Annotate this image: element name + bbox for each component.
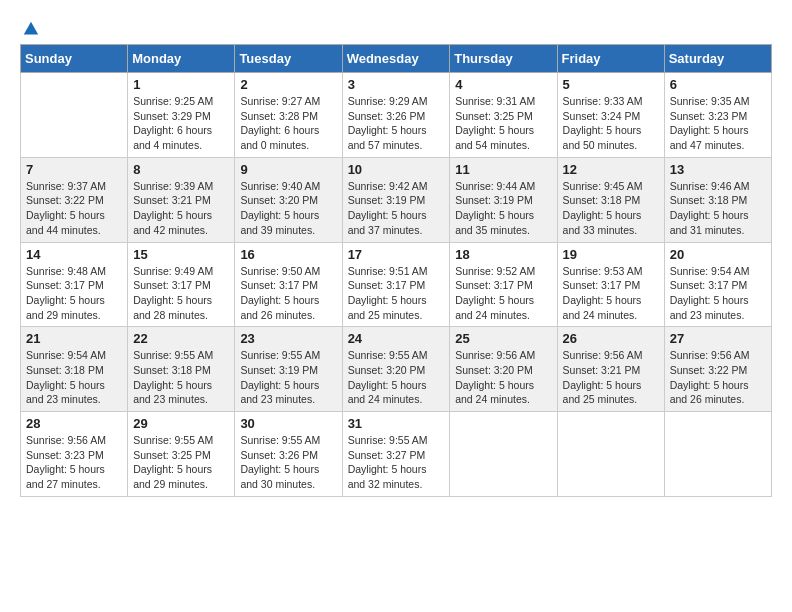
day-number: 14 [26, 247, 122, 262]
day-number: 19 [563, 247, 659, 262]
day-number: 17 [348, 247, 445, 262]
weekday-header-wednesday: Wednesday [342, 45, 450, 73]
day-detail: Sunrise: 9:56 AMSunset: 3:20 PMDaylight:… [455, 348, 551, 407]
calendar-cell: 22Sunrise: 9:55 AMSunset: 3:18 PMDayligh… [128, 327, 235, 412]
week-row-1: 1Sunrise: 9:25 AMSunset: 3:29 PMDaylight… [21, 73, 772, 158]
weekday-header-saturday: Saturday [664, 45, 771, 73]
day-detail: Sunrise: 9:52 AMSunset: 3:17 PMDaylight:… [455, 264, 551, 323]
day-number: 7 [26, 162, 122, 177]
calendar-cell [557, 412, 664, 497]
day-number: 1 [133, 77, 229, 92]
day-number: 28 [26, 416, 122, 431]
day-number: 10 [348, 162, 445, 177]
calendar-cell: 21Sunrise: 9:54 AMSunset: 3:18 PMDayligh… [21, 327, 128, 412]
calendar-cell: 17Sunrise: 9:51 AMSunset: 3:17 PMDayligh… [342, 242, 450, 327]
day-detail: Sunrise: 9:45 AMSunset: 3:18 PMDaylight:… [563, 179, 659, 238]
week-row-3: 14Sunrise: 9:48 AMSunset: 3:17 PMDayligh… [21, 242, 772, 327]
day-detail: Sunrise: 9:37 AMSunset: 3:22 PMDaylight:… [26, 179, 122, 238]
svg-marker-0 [24, 22, 38, 35]
calendar-cell: 12Sunrise: 9:45 AMSunset: 3:18 PMDayligh… [557, 157, 664, 242]
weekday-header-thursday: Thursday [450, 45, 557, 73]
day-number: 20 [670, 247, 766, 262]
weekday-header-friday: Friday [557, 45, 664, 73]
calendar-cell: 6Sunrise: 9:35 AMSunset: 3:23 PMDaylight… [664, 73, 771, 158]
day-number: 29 [133, 416, 229, 431]
day-detail: Sunrise: 9:56 AMSunset: 3:21 PMDaylight:… [563, 348, 659, 407]
week-row-5: 28Sunrise: 9:56 AMSunset: 3:23 PMDayligh… [21, 412, 772, 497]
day-number: 25 [455, 331, 551, 346]
calendar-cell [21, 73, 128, 158]
calendar-cell [664, 412, 771, 497]
calendar-cell: 24Sunrise: 9:55 AMSunset: 3:20 PMDayligh… [342, 327, 450, 412]
day-number: 22 [133, 331, 229, 346]
day-detail: Sunrise: 9:31 AMSunset: 3:25 PMDaylight:… [455, 94, 551, 153]
logo [20, 20, 40, 34]
day-detail: Sunrise: 9:53 AMSunset: 3:17 PMDaylight:… [563, 264, 659, 323]
calendar-cell: 20Sunrise: 9:54 AMSunset: 3:17 PMDayligh… [664, 242, 771, 327]
week-row-2: 7Sunrise: 9:37 AMSunset: 3:22 PMDaylight… [21, 157, 772, 242]
calendar-cell: 2Sunrise: 9:27 AMSunset: 3:28 PMDaylight… [235, 73, 342, 158]
day-detail: Sunrise: 9:42 AMSunset: 3:19 PMDaylight:… [348, 179, 445, 238]
day-detail: Sunrise: 9:46 AMSunset: 3:18 PMDaylight:… [670, 179, 766, 238]
day-number: 9 [240, 162, 336, 177]
day-detail: Sunrise: 9:51 AMSunset: 3:17 PMDaylight:… [348, 264, 445, 323]
calendar-cell: 9Sunrise: 9:40 AMSunset: 3:20 PMDaylight… [235, 157, 342, 242]
calendar-cell: 25Sunrise: 9:56 AMSunset: 3:20 PMDayligh… [450, 327, 557, 412]
calendar-cell: 30Sunrise: 9:55 AMSunset: 3:26 PMDayligh… [235, 412, 342, 497]
calendar-cell [450, 412, 557, 497]
calendar-cell: 19Sunrise: 9:53 AMSunset: 3:17 PMDayligh… [557, 242, 664, 327]
day-detail: Sunrise: 9:35 AMSunset: 3:23 PMDaylight:… [670, 94, 766, 153]
day-detail: Sunrise: 9:40 AMSunset: 3:20 PMDaylight:… [240, 179, 336, 238]
day-detail: Sunrise: 9:55 AMSunset: 3:18 PMDaylight:… [133, 348, 229, 407]
calendar-cell: 4Sunrise: 9:31 AMSunset: 3:25 PMDaylight… [450, 73, 557, 158]
day-number: 26 [563, 331, 659, 346]
day-detail: Sunrise: 9:55 AMSunset: 3:26 PMDaylight:… [240, 433, 336, 492]
day-number: 31 [348, 416, 445, 431]
day-number: 4 [455, 77, 551, 92]
calendar-cell: 5Sunrise: 9:33 AMSunset: 3:24 PMDaylight… [557, 73, 664, 158]
day-detail: Sunrise: 9:33 AMSunset: 3:24 PMDaylight:… [563, 94, 659, 153]
calendar-cell: 16Sunrise: 9:50 AMSunset: 3:17 PMDayligh… [235, 242, 342, 327]
calendar-cell: 10Sunrise: 9:42 AMSunset: 3:19 PMDayligh… [342, 157, 450, 242]
day-detail: Sunrise: 9:49 AMSunset: 3:17 PMDaylight:… [133, 264, 229, 323]
week-row-4: 21Sunrise: 9:54 AMSunset: 3:18 PMDayligh… [21, 327, 772, 412]
calendar-cell: 14Sunrise: 9:48 AMSunset: 3:17 PMDayligh… [21, 242, 128, 327]
day-number: 23 [240, 331, 336, 346]
day-number: 30 [240, 416, 336, 431]
calendar-cell: 3Sunrise: 9:29 AMSunset: 3:26 PMDaylight… [342, 73, 450, 158]
weekday-header-monday: Monday [128, 45, 235, 73]
weekday-header-sunday: Sunday [21, 45, 128, 73]
calendar-cell: 13Sunrise: 9:46 AMSunset: 3:18 PMDayligh… [664, 157, 771, 242]
day-number: 24 [348, 331, 445, 346]
day-detail: Sunrise: 9:54 AMSunset: 3:18 PMDaylight:… [26, 348, 122, 407]
day-detail: Sunrise: 9:55 AMSunset: 3:19 PMDaylight:… [240, 348, 336, 407]
calendar-cell: 26Sunrise: 9:56 AMSunset: 3:21 PMDayligh… [557, 327, 664, 412]
calendar-cell: 15Sunrise: 9:49 AMSunset: 3:17 PMDayligh… [128, 242, 235, 327]
day-number: 2 [240, 77, 336, 92]
calendar-cell: 23Sunrise: 9:55 AMSunset: 3:19 PMDayligh… [235, 327, 342, 412]
day-detail: Sunrise: 9:50 AMSunset: 3:17 PMDaylight:… [240, 264, 336, 323]
calendar-cell: 7Sunrise: 9:37 AMSunset: 3:22 PMDaylight… [21, 157, 128, 242]
day-detail: Sunrise: 9:39 AMSunset: 3:21 PMDaylight:… [133, 179, 229, 238]
calendar-table: SundayMondayTuesdayWednesdayThursdayFrid… [20, 44, 772, 497]
calendar-cell: 1Sunrise: 9:25 AMSunset: 3:29 PMDaylight… [128, 73, 235, 158]
day-detail: Sunrise: 9:56 AMSunset: 3:22 PMDaylight:… [670, 348, 766, 407]
day-detail: Sunrise: 9:27 AMSunset: 3:28 PMDaylight:… [240, 94, 336, 153]
day-detail: Sunrise: 9:25 AMSunset: 3:29 PMDaylight:… [133, 94, 229, 153]
day-number: 5 [563, 77, 659, 92]
calendar-cell: 31Sunrise: 9:55 AMSunset: 3:27 PMDayligh… [342, 412, 450, 497]
header [20, 20, 772, 34]
day-detail: Sunrise: 9:55 AMSunset: 3:20 PMDaylight:… [348, 348, 445, 407]
day-number: 12 [563, 162, 659, 177]
logo-icon [22, 20, 40, 38]
day-detail: Sunrise: 9:29 AMSunset: 3:26 PMDaylight:… [348, 94, 445, 153]
day-number: 6 [670, 77, 766, 92]
day-detail: Sunrise: 9:44 AMSunset: 3:19 PMDaylight:… [455, 179, 551, 238]
day-number: 21 [26, 331, 122, 346]
day-number: 27 [670, 331, 766, 346]
day-detail: Sunrise: 9:55 AMSunset: 3:25 PMDaylight:… [133, 433, 229, 492]
day-detail: Sunrise: 9:56 AMSunset: 3:23 PMDaylight:… [26, 433, 122, 492]
calendar-cell: 8Sunrise: 9:39 AMSunset: 3:21 PMDaylight… [128, 157, 235, 242]
day-number: 8 [133, 162, 229, 177]
day-detail: Sunrise: 9:55 AMSunset: 3:27 PMDaylight:… [348, 433, 445, 492]
